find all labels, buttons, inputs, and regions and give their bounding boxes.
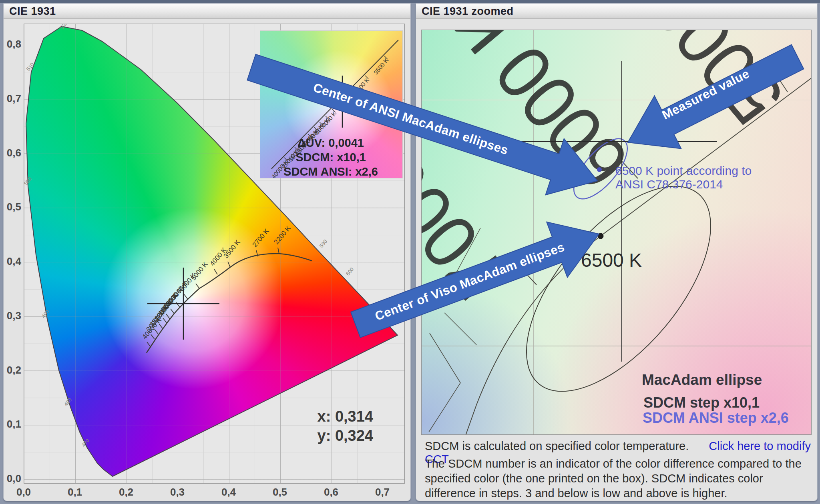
inset-sdcm: SDCM: x10,1: [295, 151, 366, 164]
footer-para-line1: The SDCM number is an indicator of the c…: [425, 457, 802, 470]
y-tick-label: 0,1: [6, 418, 21, 430]
footer-paragraph: The SDCM number is an indicator of the c…: [425, 456, 802, 501]
svg-text:470: 470: [80, 438, 90, 448]
x-tick-label: 0,0: [15, 486, 32, 498]
panel-cie-1931-zoomed: CIE 1931 zoomed 6000 K7000 K5000 K: [416, 3, 818, 501]
svg-text:620: 620: [378, 302, 388, 312]
svg-text:510: 510: [25, 62, 35, 72]
x-tick-label: 0,1: [66, 486, 84, 498]
svg-text:490: 490: [40, 309, 50, 319]
y-tick-label: 0,3: [6, 310, 21, 322]
svg-text:5000 K: 5000 K: [353, 76, 371, 95]
footer-para-line3: difference in steps. 3 and below is low …: [425, 487, 728, 500]
svg-text:480: 480: [63, 397, 73, 407]
svg-text:3500 K: 3500 K: [372, 57, 390, 76]
svg-text:500: 500: [24, 176, 33, 186]
ansi-center-point: [597, 167, 602, 172]
y-tick-label: 0,7: [6, 92, 21, 105]
cie-zoomed-chart: 6000 K7000 K5000 K: [421, 30, 812, 435]
x-tick-label: 0,7: [374, 486, 391, 498]
inset-overlay: 3500 K5000 K6000 K7000 K8000 K9000 K1000…: [260, 31, 402, 178]
x-tick-label: 0,4: [220, 486, 237, 498]
x-tick-label: 0,6: [322, 486, 340, 498]
footer-sdcm-note: SDCM is calculated on specified color te…: [425, 440, 689, 452]
window-top-strip: [0, 0, 820, 3]
y-tick-label: 0,0: [6, 472, 21, 485]
svg-text:2200 K: 2200 K: [273, 224, 293, 246]
legend-macadam-title: MacAdam ellipse: [642, 372, 762, 388]
legend-sdcm-step: SDCM step x10,1: [643, 394, 760, 411]
cct-6500k-label: 6500 K: [581, 250, 642, 271]
x-tick-label: 0,5: [271, 486, 289, 498]
svg-text:600: 600: [345, 266, 355, 277]
readout-y-value: y: 0,324: [318, 427, 373, 444]
x-tick-label: 0,2: [117, 486, 135, 498]
y-tick-label: 0,8: [6, 38, 21, 50]
panel-title-cie1931: CIE 1931: [4, 4, 410, 19]
svg-text:2700 K: 2700 K: [251, 227, 271, 249]
app-window: CIE 1931 2200 K2700 K3500 K4000 K5000 K6…: [0, 0, 820, 504]
legend-sdcm-ansi-step: SDCM ANSI step x2,6: [643, 410, 789, 426]
cie-inset-zoom: 3500 K5000 K6000 K7000 K8000 K9000 K1000…: [260, 30, 403, 178]
ansi-point-label-line1: 6500 K point according to: [615, 164, 752, 177]
viso-center-point: [598, 233, 604, 239]
readout-x-value: x: 0,314: [318, 408, 373, 425]
x-tick-label: 0,3: [169, 486, 186, 498]
y-tick-label: 0,6: [6, 147, 21, 159]
panel-title-cie1931-zoomed: CIE 1931 zoomed: [416, 4, 817, 19]
y-tick-label: 0,4: [6, 255, 21, 268]
panel-cie-1931: CIE 1931 2200 K2700 K3500 K4000 K5000 K6…: [3, 3, 411, 501]
svg-text:7000 K: 7000 K: [422, 88, 520, 314]
svg-text:590: 590: [318, 238, 328, 249]
inset-delta-uv: ΔUV: 0,0041: [297, 136, 364, 149]
y-tick-label: 0,2: [6, 364, 21, 376]
y-tick-label: 0,5: [6, 201, 21, 213]
inset-planckian-locus: [271, 40, 398, 169]
svg-text:6000 K: 6000 K: [336, 94, 354, 112]
inset-sdcm-ansi: SDCM ANSI: x2,6: [283, 165, 378, 178]
measured-point-crosshair: [147, 268, 219, 340]
ansi-point-label-line2: ANSI C78.376-2014: [615, 178, 723, 191]
footer-para-line2: specified color (the one printed on the …: [425, 472, 763, 485]
cie-zoomed-overlay: 6000 K7000 K5000 K: [422, 30, 812, 435]
